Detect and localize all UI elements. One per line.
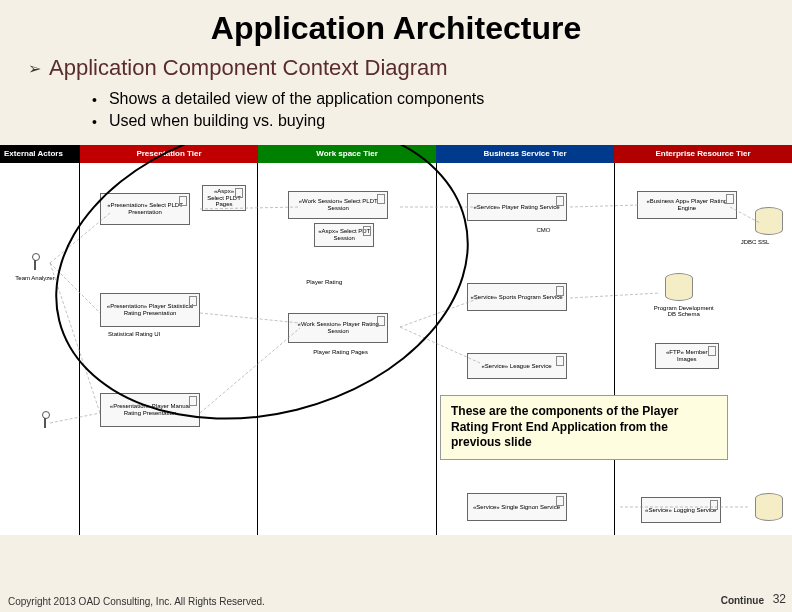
cylinder-icon (755, 207, 783, 235)
component-select-pldt-session: «Work Session» Select PLDT Session (288, 191, 388, 219)
tier-enterprise-resource: Enterprise Resource Tier (614, 145, 792, 163)
component-select-pldt-presentation: «Presentation» Select PLDT Presentation (100, 193, 190, 225)
lane-workspace: «Work Session» Select PLDT Session «Aspx… (258, 163, 436, 535)
cylinder-icon (665, 273, 693, 301)
lane-external: Team Analyzer (0, 163, 80, 535)
bullet-item: • Shows a detailed view of the applicati… (92, 89, 792, 111)
actor-label: Team Analyzer (10, 275, 60, 281)
diagram: External Actors Presentation Tier Work s… (0, 145, 792, 535)
actor-secondary (30, 411, 60, 433)
component-db-schema: Program Development DB Schema (649, 305, 719, 317)
bullet-text: Shows a detailed view of the application… (109, 90, 484, 108)
stick-figure-icon (39, 411, 51, 431)
component-select-pdt-session: «Aspx» Select PDT Session (314, 223, 374, 247)
copyright-text: Copyright 2013 OAD Consulting, Inc. All … (8, 596, 265, 608)
label-player-rating: Player Rating (306, 279, 342, 285)
tier-business-service: Business Service Tier (436, 145, 614, 163)
tier-headers: External Actors Presentation Tier Work s… (0, 145, 792, 163)
lane-presentation: «Presentation» Select PLDT Presentation … (80, 163, 258, 535)
bullet-dot-icon: • (92, 90, 97, 110)
tier-workspace: Work space Tier (258, 145, 436, 163)
label-player-rating-pages: Player Rating Pages (313, 349, 368, 355)
continue-label: Continue (721, 595, 764, 606)
label-cmo: CMO (537, 227, 551, 233)
bullet-dot-icon: • (92, 112, 97, 132)
component-member-images: «FTP» Member Images (655, 343, 719, 369)
component-logging-service: «Service» Logging Service (641, 497, 721, 523)
cylinder-icon (755, 493, 783, 521)
component-single-signon: «Service» Single Signon Service (467, 493, 567, 521)
bullet-item: • Used when building vs. buying (92, 111, 792, 133)
component-player-rating-service: «Service» Player Rating Service (467, 193, 567, 221)
label-jdbc: JDBC SSL (741, 239, 770, 245)
page-title: Application Architecture (0, 0, 792, 55)
arrow-bullet-icon: ➢ (28, 59, 41, 78)
component-select-pldt-pages: «Aspx» Select PLDT Pages (202, 185, 246, 211)
component-sports-program-service: «Service» Sports Program Service (467, 283, 567, 311)
component-player-rating-session: «Work Session» Player Rating Session (288, 313, 388, 343)
bullet-text: Used when building vs. buying (109, 112, 325, 130)
label-stat-rating-ui: Statistical Rating UI (108, 331, 160, 337)
lane-enterprise: «Business App» Player Rating Engine JDBC… (615, 163, 792, 535)
stick-figure-icon (29, 253, 41, 273)
subtitle: Application Component Context Diagram (49, 55, 448, 81)
swimlanes: Team Analyzer «Presentation» Select PLDT… (0, 163, 792, 535)
subtitle-row: ➢ Application Component Context Diagram (0, 55, 792, 81)
page-number: 32 (773, 592, 786, 606)
actor-team-analyzer: Team Analyzer (10, 253, 60, 281)
tier-external-actors: External Actors (0, 145, 80, 163)
component-league-service: «Service» League Service (467, 353, 567, 379)
component-player-statistical-rating: «Presentation» Player Statistical Rating… (100, 293, 200, 327)
callout-box: These are the components of the Player R… (440, 395, 728, 460)
lane-business: «Service» Player Rating Service CMO «Ser… (437, 163, 615, 535)
bullet-list: • Shows a detailed view of the applicati… (0, 81, 792, 145)
component-player-rating-engine: «Business App» Player Rating Engine (637, 191, 737, 219)
tier-presentation: Presentation Tier (80, 145, 258, 163)
component-player-manual-rating: «Presentation» Player Manual Rating Pres… (100, 393, 200, 427)
